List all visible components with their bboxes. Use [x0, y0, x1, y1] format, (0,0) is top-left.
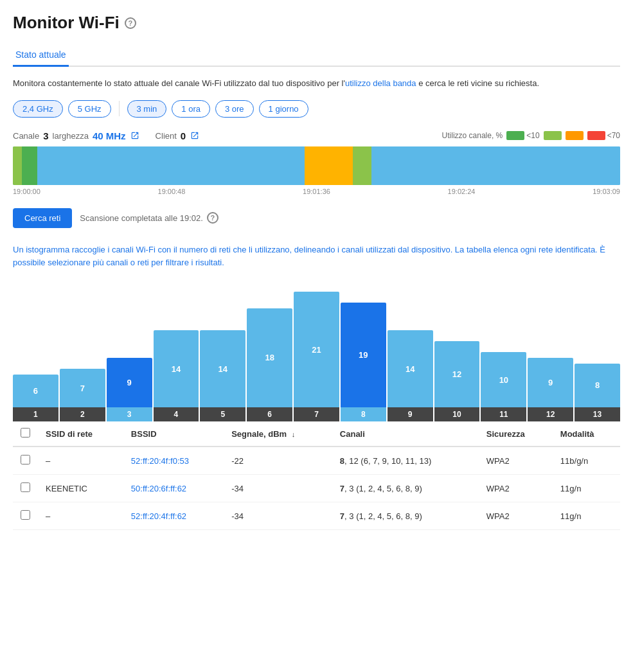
th-checkbox: [13, 421, 38, 447]
th-canali: Canali: [332, 421, 479, 447]
timeline-bar-4: [305, 146, 353, 185]
row-segnale-1: -34: [224, 475, 332, 502]
client-section: Client 0: [156, 130, 201, 141]
hist-label-10: 10: [434, 407, 480, 421]
hist-col-11[interactable]: 10: [481, 352, 526, 407]
hist-bar-3: 9: [107, 358, 152, 407]
row-checkbox-1[interactable]: [21, 482, 30, 492]
hist-bar-13: 8: [575, 364, 620, 408]
time-label-4: 19:03:09: [593, 188, 620, 195]
row-bssid-2: 52:ff:20:4f:ff:62: [123, 502, 224, 530]
hist-bar-10: 12: [434, 341, 480, 407]
timeline-bar-6: [371, 146, 620, 185]
client-ext-link[interactable]: [190, 130, 200, 141]
row-modalita-0: 11b/g/n: [553, 447, 620, 475]
row-ssid-2: –: [38, 502, 123, 530]
timeline-bar-5: [353, 146, 371, 185]
timeline-bar-2: [22, 146, 37, 185]
legend-orange: [566, 131, 584, 140]
hist-label-7: 7: [294, 407, 339, 421]
larghezza-value: 40 MHz: [93, 130, 126, 141]
hist-bar-11: 10: [481, 352, 526, 407]
utilization-legend: Utilizzo canale, % <10 <70: [442, 131, 620, 140]
histogram-container: 679141418211914121098 12345678910111213: [13, 285, 620, 421]
larghezza-ext-link[interactable]: [130, 130, 140, 141]
channel-section: Canale 3 larghezza 40 MHz: [13, 130, 140, 141]
hist-col-9[interactable]: 14: [388, 330, 433, 407]
hist-bar-8: 19: [341, 303, 386, 407]
sort-icon: ↓: [292, 430, 296, 438]
table-row: KEENETIC50:ff:20:6f:ff:62-347, 3 (1, 2, …: [13, 475, 620, 502]
row-bssid-0: 52:ff:20:4f:f0:53: [123, 447, 224, 475]
legend-label-10: <10: [526, 131, 539, 140]
canale-label: Canale: [13, 131, 39, 141]
time-label-1: 19:00:48: [158, 188, 186, 195]
table-header-row: SSID di rete BSSID Segnale, dBm ↓ Canali…: [13, 421, 620, 447]
filter-2.4ghz[interactable]: 2,4 GHz: [13, 100, 63, 118]
legend-box-red: [587, 131, 605, 140]
scan-help-icon[interactable]: ?: [207, 212, 218, 224]
time-labels: 19:00:00 19:00:48 19:01:36 19:02:24 19:0…: [13, 188, 620, 195]
channel-info-row: Canale 3 larghezza 40 MHz Client 0 Utili…: [13, 130, 620, 141]
row-modalita-2: 11g/n: [553, 502, 620, 530]
timeline-chart: [13, 146, 620, 185]
histogram-info: Un istogramma raccoglie i canali Wi-Fi c…: [13, 243, 620, 270]
hist-label-12: 12: [528, 407, 573, 421]
canale-value: 3: [43, 130, 48, 141]
hist-bar-6: 18: [247, 308, 292, 407]
hist-col-2[interactable]: 7: [60, 369, 105, 407]
row-sicurezza-2: WPA2: [479, 502, 553, 530]
histogram-bars: 679141418211914121098: [13, 285, 620, 407]
tabs-bar: Stato attuale: [13, 43, 620, 67]
cerca-reti-button[interactable]: Cerca reti: [13, 208, 72, 228]
legend-box-yellow-green: [544, 131, 562, 140]
client-label: Client: [156, 131, 177, 141]
hist-col-4[interactable]: 14: [154, 330, 199, 407]
utilization-label: Utilizzo canale, %: [442, 131, 503, 140]
legend-yellow-green: [544, 131, 562, 140]
row-ssid-0: –: [38, 447, 123, 475]
row-modalita-1: 11g/n: [553, 475, 620, 502]
filter-3min[interactable]: 3 min: [127, 100, 167, 118]
select-all-checkbox[interactable]: [21, 428, 30, 438]
hist-col-13[interactable]: 8: [575, 364, 620, 408]
hist-col-7[interactable]: 21: [294, 292, 339, 407]
row-canali-2: 7, 3 (1, 2, 4, 5, 6, 8, 9): [332, 502, 479, 530]
hist-bar-9: 14: [388, 330, 433, 407]
hist-col-6[interactable]: 18: [247, 308, 292, 407]
row-checkbox-2[interactable]: [21, 510, 30, 520]
filter-1ora[interactable]: 1 ora: [172, 100, 210, 118]
hist-col-8[interactable]: 19: [341, 303, 386, 407]
hist-bar-4: 14: [154, 330, 199, 407]
hist-col-12[interactable]: 9: [528, 358, 573, 407]
histogram-labels: 12345678910111213: [13, 407, 620, 421]
timeline-bar-1: [13, 146, 22, 185]
hist-label-6: 6: [247, 407, 292, 421]
filter-5ghz[interactable]: 5 GHz: [68, 100, 111, 118]
hist-bar-2: 7: [60, 369, 105, 407]
help-icon[interactable]: ?: [125, 17, 136, 29]
cerca-reti-row: Cerca reti Scansione completata alle 19:…: [13, 208, 620, 228]
th-ssid: SSID di rete: [38, 421, 123, 447]
page-description: Monitora costantemente lo stato attuale …: [13, 77, 620, 90]
filter-3ore[interactable]: 3 ore: [215, 100, 254, 118]
legend-green: <10: [506, 131, 539, 140]
th-segnale[interactable]: Segnale, dBm ↓: [224, 421, 332, 447]
filter-row: 2,4 GHz 5 GHz 3 min 1 ora 3 ore 1 giorno: [13, 100, 620, 118]
client-value: 0: [181, 130, 186, 141]
row-canali-0: 8, 12 (6, 7, 9, 10, 11, 13): [332, 447, 479, 475]
timeline-bar-3: [37, 146, 305, 185]
tab-stato-attuale[interactable]: Stato attuale: [13, 44, 69, 67]
hist-col-10[interactable]: 12: [434, 341, 480, 407]
hist-col-3[interactable]: 9: [107, 358, 152, 407]
row-checkbox-0[interactable]: [21, 455, 30, 464]
row-segnale-2: -34: [224, 502, 332, 530]
filter-1giorno[interactable]: 1 giorno: [259, 100, 308, 118]
hist-col-1[interactable]: 6: [13, 375, 58, 407]
networks-table: SSID di rete BSSID Segnale, dBm ↓ Canali…: [13, 421, 620, 530]
legend-box-green: [506, 131, 524, 140]
hist-col-5[interactable]: 14: [200, 330, 245, 407]
hist-label-11: 11: [481, 407, 526, 421]
hist-label-4: 4: [154, 407, 199, 421]
th-sicurezza: Sicurezza: [479, 421, 553, 447]
